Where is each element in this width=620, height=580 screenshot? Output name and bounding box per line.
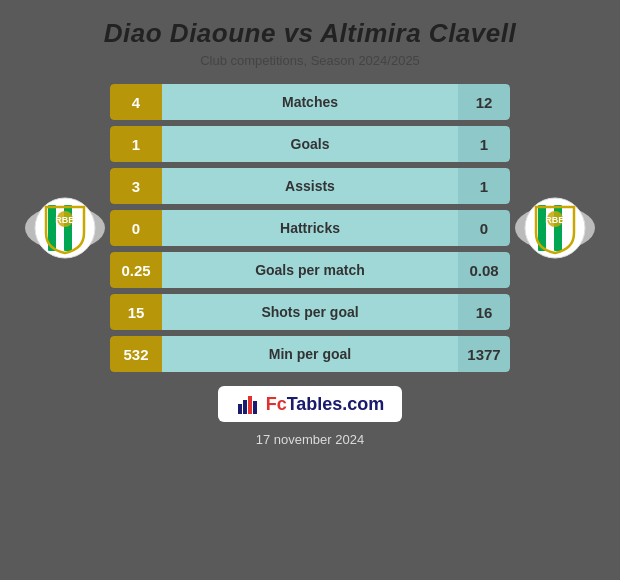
stats-container: 4Matches121Goals13Assists10Hattricks00.2…: [110, 84, 510, 372]
stat-row-6: 532Min per goal1377: [110, 336, 510, 372]
stat-row-5: 15Shots per goal16: [110, 294, 510, 330]
svg-rect-16: [248, 396, 252, 414]
right-club-logo: RBB: [524, 197, 586, 259]
stat-label-4: Goals per match: [162, 252, 458, 288]
stat-label-5: Shots per goal: [162, 294, 458, 330]
svg-rect-15: [243, 400, 247, 414]
stat-left-value-6: 532: [110, 336, 162, 372]
main-card: Diao Diaoune vs Altimira Clavell Club co…: [0, 0, 620, 580]
svg-rect-11: [562, 205, 570, 251]
stat-right-value-0: 12: [458, 84, 510, 120]
stat-label-0: Matches: [162, 84, 458, 120]
stat-right-value-6: 1377: [458, 336, 510, 372]
stat-label-3: Hattricks: [162, 210, 458, 246]
stat-right-value-3: 0: [458, 210, 510, 246]
comparison-area: RBB 4Matches121Goals13Assists10Hattricks…: [20, 84, 600, 372]
stat-row-4: 0.25Goals per match0.08: [110, 252, 510, 288]
stat-row-2: 3Assists1: [110, 168, 510, 204]
left-club-logo: RBB: [34, 197, 96, 259]
svg-rect-17: [253, 401, 257, 414]
stat-left-value-0: 4: [110, 84, 162, 120]
match-title: Diao Diaoune vs Altimira Clavell: [104, 18, 516, 49]
stat-left-value-4: 0.25: [110, 252, 162, 288]
match-subtitle: Club competitions, Season 2024/2025: [200, 53, 420, 68]
stat-right-value-4: 0.08: [458, 252, 510, 288]
right-oval: RBB: [515, 206, 595, 250]
stat-row-1: 1Goals1: [110, 126, 510, 162]
stat-label-1: Goals: [162, 126, 458, 162]
left-team-badge: RBB: [20, 206, 110, 250]
fc-part: Fc: [266, 394, 287, 414]
stat-label-6: Min per goal: [162, 336, 458, 372]
fctables-text: FcTables.com: [266, 394, 385, 415]
stat-right-value-1: 1: [458, 126, 510, 162]
stat-row-0: 4Matches12: [110, 84, 510, 120]
svg-text:RBB: RBB: [545, 215, 565, 225]
fctables-logo[interactable]: FcTables.com: [218, 386, 403, 422]
stat-row-3: 0Hattricks0: [110, 210, 510, 246]
stat-left-value-5: 15: [110, 294, 162, 330]
fctables-icon: [236, 392, 260, 416]
match-date: 17 november 2024: [256, 432, 364, 447]
stat-right-value-2: 1: [458, 168, 510, 204]
svg-text:RBB: RBB: [55, 215, 75, 225]
stat-left-value-3: 0: [110, 210, 162, 246]
stat-label-2: Assists: [162, 168, 458, 204]
right-team-badge: RBB: [510, 206, 600, 250]
stat-right-value-5: 16: [458, 294, 510, 330]
left-oval: RBB: [25, 206, 105, 250]
stat-left-value-1: 1: [110, 126, 162, 162]
stat-left-value-2: 3: [110, 168, 162, 204]
svg-rect-14: [238, 404, 242, 414]
svg-rect-4: [72, 205, 80, 251]
